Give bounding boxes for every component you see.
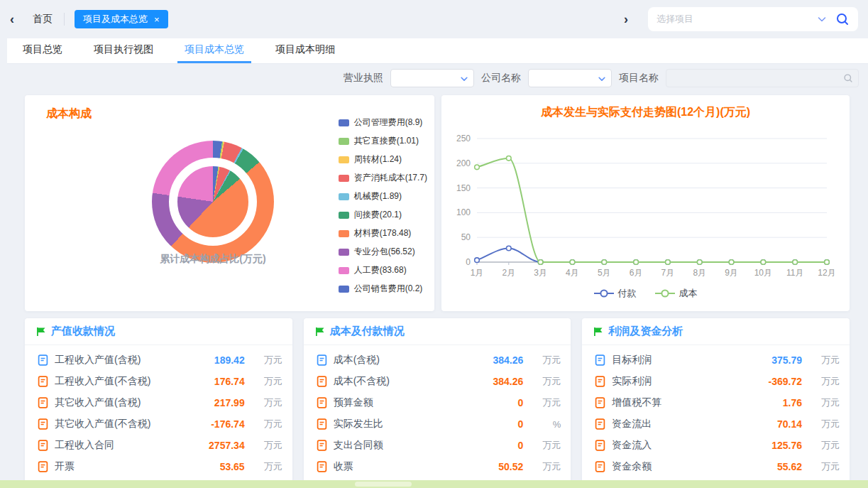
metric-value: 1.76 (751, 397, 802, 408)
open-tab-pill[interactable]: 项目及成本总览 × (75, 10, 168, 28)
document-icon (38, 418, 48, 430)
scrollbar-thumb[interactable] (355, 482, 412, 487)
search-icon[interactable] (835, 12, 850, 26)
back-chevron-icon[interactable]: ‹ (10, 13, 14, 26)
close-icon[interactable]: × (154, 15, 160, 24)
tab-project-overview[interactable]: 项目总览 (16, 38, 70, 63)
top-bar: ‹ 首页 项目及成本总览 × › 选择项目 (0, 0, 868, 38)
legend-label: 周转材(1.24) (354, 153, 402, 166)
document-icon (38, 461, 48, 472)
metric-unit: 万元 (251, 375, 282, 388)
pie-legend-item[interactable]: 公司销售费用(0.2) (339, 283, 427, 295)
svg-text:10月: 10月 (754, 268, 772, 278)
metric-label: 工程收入合同 (55, 439, 187, 452)
pie-legend-item[interactable]: 材料费(178.48) (339, 227, 427, 239)
trend-legend-item[interactable]: 付款 (594, 287, 637, 300)
home-link[interactable]: 首页 (33, 13, 53, 26)
chevron-down-icon[interactable] (817, 14, 827, 24)
metric-unit: 万元 (808, 418, 840, 430)
metric-value: 217.99 (194, 397, 245, 408)
svg-text:50: 50 (461, 232, 471, 242)
metric-value: 55.62 (751, 461, 802, 472)
svg-text:0: 0 (466, 257, 471, 267)
metric-row: 工程收入产值(不含税) 176.74 万元 (38, 371, 282, 392)
pie-legend-item[interactable]: 机械费(1.89) (339, 190, 427, 202)
flag-icon (593, 327, 603, 337)
metric-value: 384.26 (472, 376, 523, 387)
metric-unit: 万元 (529, 396, 561, 409)
pie-legend-item[interactable]: 其它直接费(1.01) (339, 135, 427, 147)
trend-panel: 成本发生与实际支付走势图(12个月)(万元) 0501001502002501月… (441, 95, 850, 311)
metric-value: 189.42 (194, 354, 245, 366)
metric-row: 成本(不含税) 384.26 万元 (317, 371, 561, 392)
metric-unit: 万元 (251, 460, 282, 473)
pie-legend: 公司管理费用(8.9)其它直接费(1.01)周转材(1.24)资产消耗成本(17… (339, 116, 427, 295)
flag-icon (315, 327, 325, 337)
legend-label: 公司管理费用(8.9) (354, 116, 423, 129)
tab-project-cost-overview[interactable]: 项目成本总览 (177, 38, 251, 63)
forward-chevron-icon[interactable]: › (624, 13, 628, 26)
horizontal-scrollbar[interactable] (0, 480, 868, 488)
company-label: 公司名称 (481, 72, 521, 85)
cost-composition-title: 成本构成 (46, 107, 92, 121)
document-icon (38, 376, 48, 387)
metric-value: 0 (472, 397, 523, 408)
document-icon (595, 354, 605, 366)
legend-label: 资产消耗成本(17.7) (354, 172, 427, 184)
trend-title: 成本发生与实际支付走势图(12个月)(万元) (441, 105, 850, 120)
pie-legend-item[interactable]: 周转材(1.24) (339, 153, 427, 166)
legend-swatch (339, 286, 349, 293)
metric-value: 125.76 (751, 440, 802, 451)
metric-row: 工程收入合同 2757.34 万元 (38, 435, 282, 456)
document-icon (317, 418, 327, 430)
metric-label: 开票 (55, 460, 187, 473)
project-select-placeholder: 选择项目 (657, 13, 817, 26)
metric-row: 增值税不算 1.76 万元 (595, 392, 840, 413)
tab-project-cost-detail[interactable]: 项目成本明细 (268, 38, 342, 63)
company-select[interactable] (528, 69, 612, 87)
svg-text:150: 150 (456, 183, 471, 193)
tab-project-execution[interactable]: 项目执行视图 (87, 38, 160, 63)
metric-value: 176.74 (194, 376, 245, 387)
pie-legend-item[interactable]: 资产消耗成本(17.7) (339, 172, 427, 184)
card-header: 利润及资金分析 (582, 318, 850, 345)
metric-value: 375.79 (751, 354, 802, 366)
legend-marker-icon (655, 289, 675, 298)
metric-label: 资金余额 (612, 460, 745, 473)
card-header: 成本及付款情况 (304, 318, 571, 345)
metric-row: 收票 50.52 万元 (317, 456, 561, 477)
document-icon (38, 397, 48, 408)
metric-label: 其它收入产值(不含税) (55, 418, 187, 430)
trend-legend-item[interactable]: 成本 (655, 287, 698, 300)
metric-row: 目标利润 375.79 万元 (595, 349, 840, 371)
pie-legend-item[interactable]: 公司管理费用(8.9) (339, 116, 427, 129)
project-name-input[interactable] (666, 69, 859, 87)
metric-row: 其它收入产值(不含税) -176.74 万元 (38, 413, 282, 435)
metric-unit: 万元 (529, 439, 561, 452)
legend-swatch (339, 156, 349, 163)
license-select[interactable] (390, 69, 474, 87)
divider (64, 13, 65, 26)
pie-legend-item[interactable]: 人工费(83.68) (339, 264, 427, 276)
svg-text:7月: 7月 (661, 268, 675, 278)
metric-label: 增值税不算 (612, 396, 745, 409)
pie-legend-item[interactable]: 间接费(20.1) (339, 209, 427, 221)
project-select[interactable]: 选择项目 (648, 7, 858, 31)
metric-value: 0 (472, 440, 523, 451)
document-icon (595, 418, 605, 430)
open-tab-label: 项目及成本总览 (83, 13, 148, 26)
output-collection-card: 产值收款情况 工程收入产值(含税) 189.42 万元 工程收入产值(不含税) … (25, 318, 292, 488)
cost-payment-card: 成本及付款情况 成本(含税) 384.26 万元 成本(不含税) 384.26 … (304, 318, 571, 488)
profit-funds-card: 利润及资金分析 目标利润 375.79 万元 实际利润 -369.72 万元 (582, 318, 850, 488)
metric-unit: 万元 (251, 396, 282, 409)
filter-bar: 营业执照 公司名称 项目名称 (0, 64, 868, 92)
metric-unit: 万元 (529, 375, 561, 388)
trend-legend: 付款成本 (441, 287, 850, 300)
document-icon (38, 354, 48, 366)
svg-text:12月: 12月 (818, 268, 835, 278)
metric-unit: 万元 (808, 439, 840, 452)
legend-label: 机械费(1.89) (354, 190, 402, 202)
svg-text:2月: 2月 (502, 268, 515, 278)
svg-text:5月: 5月 (598, 268, 611, 278)
metric-cards-row: 产值收款情况 工程收入产值(含税) 189.42 万元 工程收入产值(不含税) … (25, 318, 850, 488)
